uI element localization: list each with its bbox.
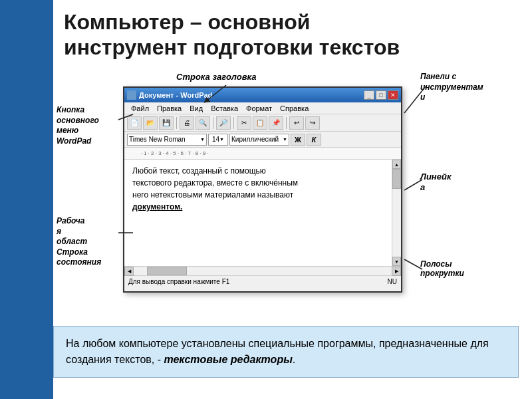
scroll-right-button[interactable]: ▶ (392, 267, 401, 276)
doc-text-bold: документом. (132, 201, 384, 213)
window-controls: _ □ ✕ (364, 90, 398, 100)
redo-button[interactable]: ↪ (305, 116, 320, 130)
menu-edit[interactable]: Правка (153, 104, 186, 113)
menu-bar: Файл Правка Вид Вставка Формат Справка (124, 102, 401, 114)
menu-view[interactable]: Вид (186, 104, 207, 113)
status-text: Для вывода справки нажмите F1 (128, 278, 229, 285)
toolbar: 📄 📂 💾 🖨 🔍 🔎 ✂ 📋 📌 ↩ ↪ (124, 114, 401, 132)
format-bar: Times New Roman ▼ 14 ▼ Кириллический ▼ Ж… (124, 132, 401, 148)
scroll-thumb-horizontal[interactable] (147, 267, 187, 275)
label-scroll: Полосыпрокрутки (420, 259, 464, 279)
preview-button[interactable]: 🔍 (196, 116, 210, 130)
toolbar-separator-2 (213, 117, 213, 129)
vertical-scrollbar[interactable]: ▲ ▼ (392, 160, 401, 266)
script-dropdown-arrow: ▼ (283, 137, 287, 142)
close-button[interactable]: ✕ (388, 90, 398, 100)
svg-line-5 (404, 259, 422, 269)
scroll-track-vertical (392, 169, 401, 257)
font-name-value: Times New Roman (129, 136, 186, 143)
font-name-select[interactable]: Times New Roman ▼ (127, 134, 207, 146)
menu-file[interactable]: Файл (127, 104, 153, 113)
info-text-end: . (293, 354, 295, 365)
font-script-value: Кириллический (231, 136, 279, 143)
document-content[interactable]: Любой текст, созданный с помощью текстов… (124, 160, 392, 266)
page-title: Компьютер – основной инструмент подготов… (64, 9, 521, 61)
app-icon (127, 90, 136, 100)
label-work-area: РабочаяобластСтрокасостояния (57, 216, 101, 268)
font-size-value: 14 (212, 136, 219, 143)
font-size-select[interactable]: 14 ▼ (208, 134, 228, 146)
open-button[interactable]: 📂 (143, 116, 158, 130)
status-bar: Для вывода справки нажмите F1 NU (124, 275, 401, 287)
info-box: На любом компьютере установлены специаль… (53, 326, 519, 378)
size-dropdown-arrow: ▼ (219, 137, 224, 142)
menu-format[interactable]: Формат (242, 104, 276, 113)
ruler: · 1 · 2 · 3 · 4 · 5 · 6 · 7 · 8 · 9 · (124, 148, 401, 160)
doc-text-line2: текстового редактора, вместе с включённы… (132, 177, 384, 189)
minimize-button[interactable]: _ (364, 90, 374, 100)
document-area: Любой текст, созданный с помощью текстов… (124, 160, 401, 266)
ruler-marks: · 1 · 2 · 3 · 4 · 5 · 6 · 7 · 8 · 9 · (138, 150, 209, 156)
toolbar-separator-1 (176, 117, 177, 129)
doc-text-line3: него нетекстовыми материалами называют (132, 189, 384, 201)
save-button[interactable]: 💾 (159, 116, 174, 130)
find-button[interactable]: 🔎 (216, 116, 231, 130)
print-button[interactable]: 🖨 (180, 116, 194, 130)
bold-button[interactable]: Ж (291, 134, 305, 146)
label-panels: Панели синструментами (420, 72, 483, 103)
toolbar-separator-4 (286, 117, 287, 129)
info-text-bold-italic: текстовые редакторы (164, 354, 292, 365)
title-bar-text: Документ - WordPad (139, 91, 364, 99)
horizontal-scrollbar[interactable]: ◀ ▶ (124, 266, 401, 275)
scroll-up-button[interactable]: ▲ (392, 160, 401, 169)
doc-text-line1: Любой текст, созданный с помощью (132, 165, 384, 177)
toolbar-separator-3 (233, 117, 234, 129)
blue-sidebar (0, 0, 53, 399)
scroll-down-button[interactable]: ▼ (392, 257, 401, 266)
label-title-bar: Строка заголовка (176, 72, 257, 82)
undo-button[interactable]: ↩ (289, 116, 304, 130)
font-script-select[interactable]: Кириллический ▼ (229, 134, 289, 146)
new-button[interactable]: 📄 (127, 116, 142, 130)
paste-button[interactable]: 📌 (269, 116, 283, 130)
wordpad-window: Документ - WordPad _ □ ✕ Файл Правка Вид… (123, 86, 402, 293)
status-right: NU (388, 278, 397, 285)
scroll-track-horizontal (134, 267, 392, 275)
title-bar: Документ - WordPad _ □ ✕ (124, 88, 401, 102)
svg-line-3 (404, 180, 422, 190)
label-menu-button: КнопкаосновногоменюWordPad (57, 105, 99, 146)
font-dropdown-arrow: ▼ (200, 137, 205, 142)
scroll-thumb-vertical[interactable] (392, 169, 401, 189)
scroll-left-button[interactable]: ◀ (124, 267, 134, 276)
menu-insert[interactable]: Вставка (207, 104, 242, 113)
italic-button[interactable]: К (307, 134, 321, 146)
title-line2: инструмент подготовки текстов (64, 35, 400, 59)
label-ruler: Линейка (420, 172, 451, 192)
cut-button[interactable]: ✂ (237, 116, 251, 130)
menu-help[interactable]: Справка (276, 104, 313, 113)
copy-button[interactable]: 📋 (253, 116, 267, 130)
header: Компьютер – основной инструмент подготов… (53, 0, 532, 66)
title-line1: Компьютер – основной (64, 10, 310, 34)
maximize-button[interactable]: □ (376, 90, 386, 100)
